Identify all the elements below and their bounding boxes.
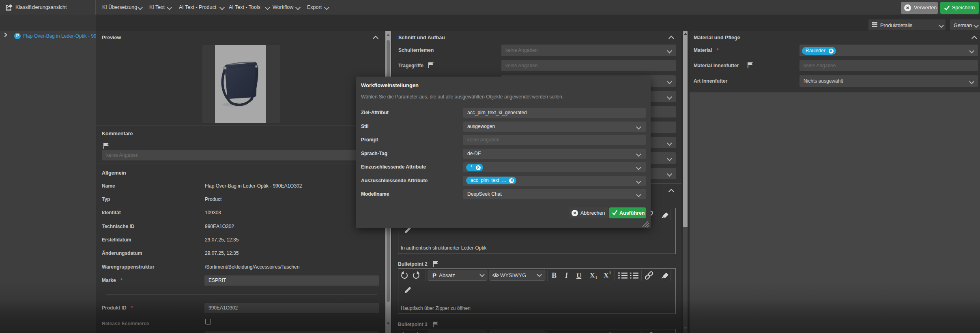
svg-text:1: 1 bbox=[595, 275, 597, 280]
svg-text:X: X bbox=[590, 271, 595, 279]
svg-text:1: 1 bbox=[609, 331, 611, 333]
svg-text:P: P bbox=[432, 272, 436, 279]
svg-text:U: U bbox=[576, 272, 581, 280]
svg-text:1: 1 bbox=[609, 270, 611, 275]
svg-text:X: X bbox=[604, 271, 609, 279]
svg-text:I: I bbox=[565, 271, 568, 280]
svg-text:B: B bbox=[552, 271, 557, 280]
svg-text:WYSIWYG: WYSIWYG bbox=[500, 272, 526, 278]
svg-text:Absatz: Absatz bbox=[439, 272, 455, 278]
